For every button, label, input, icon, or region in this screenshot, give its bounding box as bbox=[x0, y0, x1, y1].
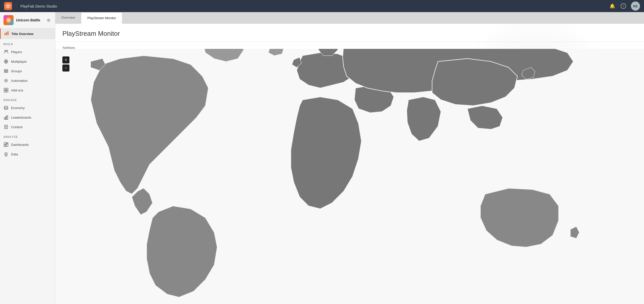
game-title: Unicorn Battle bbox=[16, 18, 43, 22]
economy-icon bbox=[4, 105, 9, 110]
svg-rect-6 bbox=[6, 32, 7, 35]
zoom-controls: + − bbox=[62, 56, 69, 72]
svg-rect-5 bbox=[5, 33, 6, 35]
playfab-logo bbox=[4, 2, 12, 10]
zoom-out-button[interactable]: − bbox=[62, 64, 69, 72]
addons-label: Add-ons bbox=[11, 88, 23, 92]
svg-rect-11 bbox=[4, 70, 6, 71]
dashboards-label: Dashboards bbox=[11, 143, 29, 147]
build-section-label: BUILD bbox=[0, 39, 55, 47]
world-map-svg bbox=[55, 49, 644, 304]
svg-rect-14 bbox=[6, 71, 8, 73]
svg-rect-30 bbox=[4, 145, 6, 147]
svg-rect-23 bbox=[7, 116, 8, 119]
avatar-button[interactable]: KE bbox=[631, 2, 640, 11]
svg-rect-16 bbox=[4, 88, 6, 90]
main-layout: Unicorn Battle ⚙ Title Overview BUILD bbox=[0, 12, 644, 304]
content-area: Overview PlayStream Monitor PlayStream M… bbox=[55, 12, 644, 304]
svg-rect-22 bbox=[6, 116, 7, 119]
players-icon bbox=[4, 49, 9, 54]
gear-icon: ⚙ bbox=[47, 18, 50, 23]
help-button[interactable]: ? bbox=[620, 3, 627, 10]
automation-icon bbox=[4, 78, 9, 83]
svg-rect-21 bbox=[4, 118, 5, 119]
multiplayer-icon bbox=[4, 59, 9, 64]
analyze-section-label: ANALYZE bbox=[0, 132, 55, 140]
players-label: Players bbox=[11, 50, 22, 54]
notification-button[interactable]: 🔔 bbox=[609, 3, 616, 10]
topbar-divider bbox=[16, 3, 16, 9]
data-label: Data bbox=[11, 152, 18, 156]
svg-point-20 bbox=[4, 106, 8, 108]
tab-overview[interactable]: Overview bbox=[55, 12, 81, 23]
help-icon: ? bbox=[621, 3, 626, 9]
sidebar-item-data[interactable]: Data bbox=[0, 149, 55, 159]
groups-label: Groups bbox=[11, 69, 22, 73]
sidebar-item-groups[interactable]: Groups bbox=[0, 66, 55, 76]
content-icon bbox=[4, 124, 9, 129]
groups-icon bbox=[4, 69, 9, 74]
settings-button[interactable]: ⚙ bbox=[46, 17, 52, 23]
svg-rect-7 bbox=[8, 31, 9, 35]
sidebar: Unicorn Battle ⚙ Title Overview BUILD bbox=[0, 12, 55, 304]
economy-label: Economy bbox=[11, 106, 25, 110]
leaderboards-icon bbox=[4, 115, 9, 120]
svg-point-9 bbox=[7, 50, 8, 52]
svg-marker-1 bbox=[7, 5, 9, 7]
svg-point-15 bbox=[5, 80, 7, 81]
automation-label: Automation bbox=[11, 79, 28, 83]
svg-rect-18 bbox=[4, 90, 6, 92]
multiplayer-label: Multiplayer bbox=[11, 60, 27, 63]
tab-playstream-monitor[interactable]: PlayStream Monitor bbox=[81, 12, 122, 24]
svg-point-8 bbox=[5, 50, 6, 52]
svg-rect-12 bbox=[4, 71, 6, 73]
page-title: PlayStream Monitor bbox=[62, 30, 637, 38]
studio-title: PlayFab Demo Studio bbox=[20, 4, 606, 8]
svg-rect-19 bbox=[6, 90, 8, 92]
sidebar-item-multiplayer[interactable]: Multiplayer bbox=[0, 57, 55, 66]
title-overview-label: Title Overview bbox=[11, 32, 33, 36]
topbar: PlayFab Demo Studio 🔔 ? KE bbox=[0, 0, 644, 12]
data-icon bbox=[4, 152, 9, 157]
sidebar-item-content[interactable]: Content bbox=[0, 122, 55, 132]
game-header: Unicorn Battle ⚙ bbox=[0, 12, 55, 28]
svg-rect-31 bbox=[6, 144, 8, 147]
content-label: Content bbox=[11, 125, 23, 129]
sidebar-item-dashboards[interactable]: Dashboards bbox=[0, 140, 55, 149]
tab-bar: Overview PlayStream Monitor bbox=[55, 12, 644, 24]
zoom-in-button[interactable]: + bbox=[62, 56, 69, 63]
page-content: PlayStream Monitor Settings + − bbox=[55, 24, 644, 304]
bell-icon: 🔔 bbox=[610, 3, 615, 9]
svg-rect-29 bbox=[6, 143, 8, 144]
world-map-container bbox=[55, 49, 644, 304]
svg-rect-28 bbox=[4, 143, 6, 145]
topbar-actions: 🔔 ? KE bbox=[609, 2, 640, 11]
page-header: PlayStream Monitor bbox=[55, 24, 644, 42]
sidebar-item-addons[interactable]: Add-ons bbox=[0, 85, 55, 95]
dashboards-icon bbox=[4, 142, 9, 147]
svg-rect-13 bbox=[6, 70, 8, 71]
engage-section-label: ENGAGE bbox=[0, 95, 55, 103]
sidebar-item-players[interactable]: Players bbox=[0, 47, 55, 57]
chart-icon bbox=[4, 31, 9, 37]
game-icon bbox=[4, 15, 14, 25]
svg-rect-17 bbox=[6, 88, 8, 90]
sidebar-item-economy[interactable]: Economy bbox=[0, 103, 55, 113]
addons-icon bbox=[4, 88, 9, 93]
sidebar-item-title-overview[interactable]: Title Overview bbox=[0, 28, 55, 39]
sidebar-item-leaderboards[interactable]: Leaderboards bbox=[0, 113, 55, 122]
leaderboards-label: Leaderboards bbox=[11, 116, 31, 119]
sidebar-item-automation[interactable]: Automation bbox=[0, 76, 55, 85]
